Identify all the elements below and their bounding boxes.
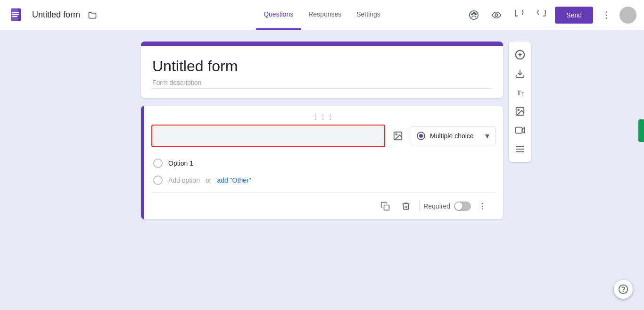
radio-dot-inner bbox=[419, 134, 423, 138]
form-title: Untitled form bbox=[32, 10, 80, 20]
or-text: or bbox=[206, 176, 211, 184]
add-option-radio bbox=[153, 176, 163, 185]
tab-responses[interactable]: Responses bbox=[301, 0, 349, 30]
question-card: ⋮⋮⋮ Multiple choice bbox=[141, 106, 503, 219]
add-question-toolbar-button[interactable] bbox=[511, 45, 529, 64]
main-content: Untitled form Form description ⋮⋮⋮ bbox=[0, 30, 644, 231]
options-section: Option 1 Add option or add "Other" bbox=[151, 155, 495, 193]
help-button[interactable] bbox=[614, 280, 633, 299]
svg-point-21 bbox=[482, 206, 483, 207]
footer-divider bbox=[419, 201, 420, 212]
required-label: Required bbox=[423, 202, 450, 210]
svg-rect-19 bbox=[384, 205, 389, 210]
svg-point-16 bbox=[606, 17, 607, 19]
option-1-row: Option 1 bbox=[153, 155, 494, 172]
duplicate-question-button[interactable] bbox=[376, 197, 395, 216]
send-button[interactable]: Send bbox=[555, 7, 593, 24]
svg-point-11 bbox=[473, 12, 475, 14]
question-top-row: Multiple choice ▾ bbox=[151, 125, 495, 147]
question-input-wrapper bbox=[151, 125, 385, 147]
topbar-right: Send bbox=[464, 6, 636, 25]
add-image-toolbar-button[interactable] bbox=[511, 102, 529, 121]
undo-button[interactable] bbox=[510, 6, 528, 25]
right-toolbar: T T bbox=[509, 42, 531, 162]
svg-point-15 bbox=[606, 14, 607, 16]
form-header-card: Untitled form Form description bbox=[141, 42, 503, 98]
svg-point-10 bbox=[471, 13, 473, 15]
svg-point-12 bbox=[475, 13, 477, 15]
svg-point-30 bbox=[518, 109, 519, 110]
dropdown-arrow-icon: ▾ bbox=[485, 131, 489, 141]
redo-button[interactable] bbox=[532, 6, 551, 25]
folder-icon[interactable] bbox=[86, 8, 99, 22]
question-footer: Required bbox=[151, 193, 495, 219]
svg-point-8 bbox=[12, 16, 14, 17]
add-image-to-question-icon[interactable] bbox=[391, 129, 405, 143]
import-questions-toolbar-button[interactable] bbox=[511, 64, 529, 83]
avatar[interactable] bbox=[619, 7, 636, 24]
svg-point-36 bbox=[623, 291, 624, 292]
svg-point-20 bbox=[482, 203, 483, 204]
add-option-row: Add option or add "Other" bbox=[153, 172, 494, 193]
question-type-label: Multiple choice bbox=[430, 132, 480, 140]
topbar-left: Untitled form bbox=[8, 6, 464, 25]
tab-settings[interactable]: Settings bbox=[349, 0, 388, 30]
svg-point-18 bbox=[396, 134, 397, 135]
question-input[interactable] bbox=[158, 132, 379, 140]
green-side-tab bbox=[638, 119, 644, 142]
option-1-radio bbox=[153, 159, 163, 168]
option-1-label[interactable]: Option 1 bbox=[168, 159, 193, 167]
radio-icon bbox=[417, 132, 425, 140]
form-header-title[interactable]: Untitled form bbox=[152, 58, 492, 75]
more-options-button[interactable] bbox=[597, 6, 616, 25]
app-logo bbox=[8, 6, 26, 25]
svg-point-22 bbox=[482, 209, 483, 210]
svg-point-13 bbox=[495, 14, 498, 17]
delete-question-button[interactable] bbox=[396, 197, 415, 216]
svg-rect-31 bbox=[516, 127, 522, 134]
required-toggle[interactable] bbox=[454, 201, 471, 211]
add-option-text[interactable]: Add option bbox=[168, 176, 200, 184]
svg-point-14 bbox=[606, 11, 607, 13]
svg-point-7 bbox=[12, 14, 14, 15]
add-section-toolbar-button[interactable] bbox=[511, 140, 529, 159]
add-video-toolbar-button[interactable] bbox=[511, 121, 529, 140]
tab-bar: Questions Responses Settings bbox=[256, 0, 388, 30]
form-description[interactable]: Form description bbox=[152, 79, 492, 89]
add-title-toolbar-button[interactable]: T T bbox=[511, 83, 529, 102]
topbar: Untitled form Questions Responses Settin… bbox=[0, 0, 644, 30]
question-type-selector[interactable]: Multiple choice ▾ bbox=[411, 126, 495, 145]
preview-button[interactable] bbox=[487, 6, 506, 25]
tab-questions[interactable]: Questions bbox=[256, 0, 301, 30]
palette-button[interactable] bbox=[464, 6, 483, 25]
drag-handle[interactable]: ⋮⋮⋮ bbox=[151, 113, 495, 121]
form-container: Untitled form Form description ⋮⋮⋮ bbox=[141, 42, 503, 219]
toggle-knob bbox=[455, 202, 462, 210]
add-other-link[interactable]: add "Other" bbox=[217, 176, 251, 184]
question-more-options-button[interactable] bbox=[473, 197, 492, 216]
svg-text:T: T bbox=[521, 91, 524, 96]
svg-point-6 bbox=[12, 12, 14, 13]
